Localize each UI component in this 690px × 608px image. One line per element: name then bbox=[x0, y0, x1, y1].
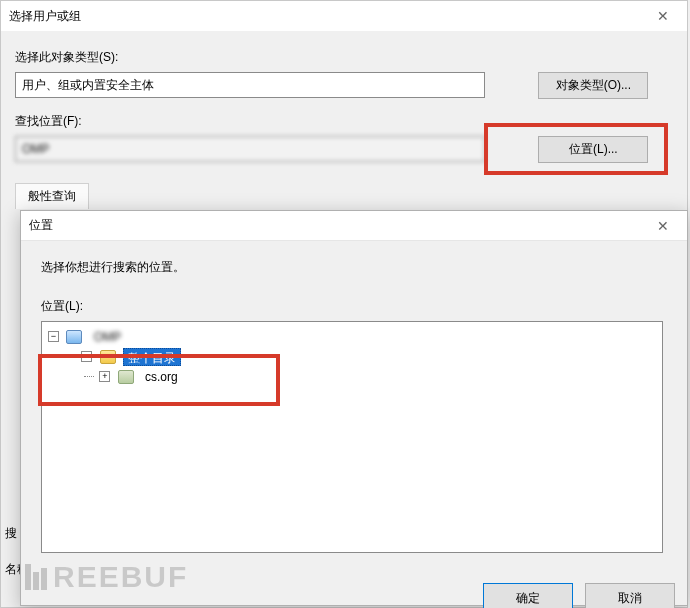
loc-body: 选择你想进行搜索的位置。 位置(L): − OMP − 整个目录 bbox=[21, 241, 687, 553]
loc-title: 位置 bbox=[29, 217, 53, 234]
object-type-input[interactable]: 用户、组或内置安全主体 bbox=[15, 72, 485, 98]
tree-node-domain[interactable]: + cs.org bbox=[84, 366, 658, 386]
computer-icon bbox=[66, 330, 82, 344]
tree-directory-label: 整个目录 bbox=[123, 348, 181, 366]
tree-connector bbox=[84, 376, 94, 377]
object-types-button[interactable]: 对象类型(O)... bbox=[538, 72, 648, 99]
expander-icon[interactable]: − bbox=[48, 331, 59, 342]
ok-button[interactable]: 确定 bbox=[483, 583, 573, 608]
loc-close-icon[interactable]: ✕ bbox=[651, 214, 675, 238]
parent-title-bar: 选择用户或组 ✕ bbox=[1, 1, 687, 31]
loc-button-bar: 确定 取消 bbox=[483, 583, 675, 608]
location-input[interactable]: OMP bbox=[15, 136, 485, 162]
tree-domain-label: cs.org bbox=[141, 368, 182, 386]
loc-description: 选择你想进行搜索的位置。 bbox=[41, 259, 667, 276]
object-type-label: 选择此对象类型(S): bbox=[15, 49, 669, 66]
locations-dialog: 位置 ✕ 选择你想进行搜索的位置。 位置(L): − OMP − bbox=[20, 210, 688, 606]
parent-body: 选择此对象类型(S): 用户、组或内置安全主体 对象类型(O)... 查找位置(… bbox=[1, 31, 687, 209]
tree-node-root[interactable]: − OMP − 整个目录 bbox=[48, 326, 658, 386]
tree-root-label: OMP bbox=[90, 328, 125, 346]
expander-icon[interactable]: − bbox=[81, 351, 92, 362]
location-label: 查找位置(F): bbox=[15, 113, 669, 130]
parent-close-icon[interactable]: ✕ bbox=[651, 4, 675, 28]
loc-tree-label: 位置(L): bbox=[41, 298, 667, 315]
locations-button[interactable]: 位置(L)... bbox=[538, 136, 648, 163]
domain-icon bbox=[118, 370, 134, 384]
cancel-button[interactable]: 取消 bbox=[585, 583, 675, 608]
tab-general-query[interactable]: 般性查询 bbox=[15, 183, 89, 209]
loc-title-bar: 位置 ✕ bbox=[21, 211, 687, 241]
folder-icon bbox=[100, 350, 116, 364]
tree-connector bbox=[66, 356, 76, 357]
object-type-group: 选择此对象类型(S): 用户、组或内置安全主体 对象类型(O)... bbox=[15, 49, 669, 99]
location-group: 查找位置(F): OMP 位置(L)... bbox=[15, 113, 669, 163]
parent-title: 选择用户或组 bbox=[9, 8, 81, 25]
location-tree[interactable]: − OMP − 整个目录 bbox=[41, 321, 663, 553]
truncated-label-search: 搜 bbox=[5, 525, 17, 542]
expander-icon[interactable]: + bbox=[99, 371, 110, 382]
tree-node-directory[interactable]: − 整个目录 + cs.org bbox=[66, 346, 658, 386]
